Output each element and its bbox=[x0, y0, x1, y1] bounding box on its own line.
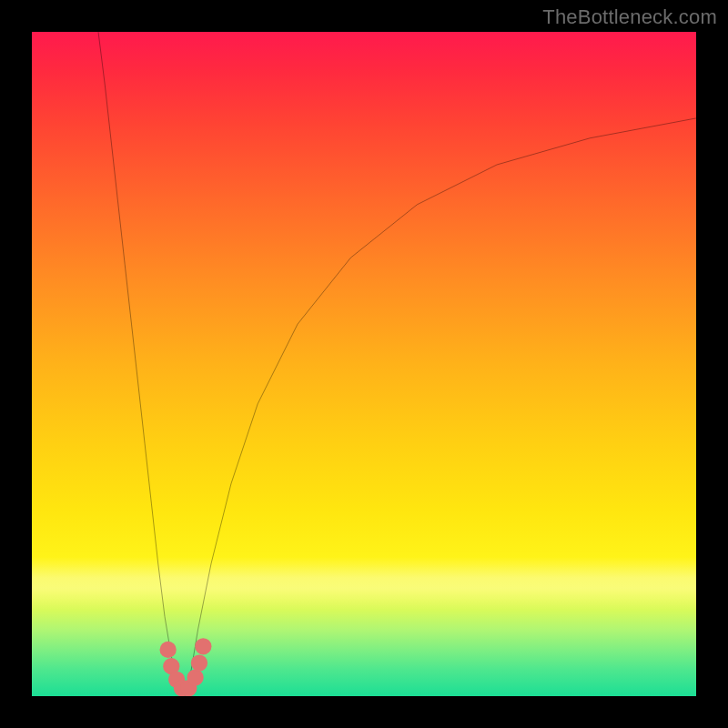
plot-area bbox=[32, 32, 696, 696]
curve-right-branch bbox=[185, 118, 696, 696]
bottom-marker-dot bbox=[191, 654, 207, 671]
watermark-text: TheBottleneck.com bbox=[542, 5, 717, 29]
chart-frame: TheBottleneck.com bbox=[0, 0, 728, 728]
curve-left-branch bbox=[98, 32, 185, 696]
bottom-marker-dot bbox=[160, 642, 177, 658]
bottom-marker-dot bbox=[187, 669, 203, 685]
bottom-marker-group bbox=[160, 638, 212, 696]
curve-layer bbox=[32, 32, 696, 696]
bottom-marker-dot bbox=[195, 638, 211, 654]
